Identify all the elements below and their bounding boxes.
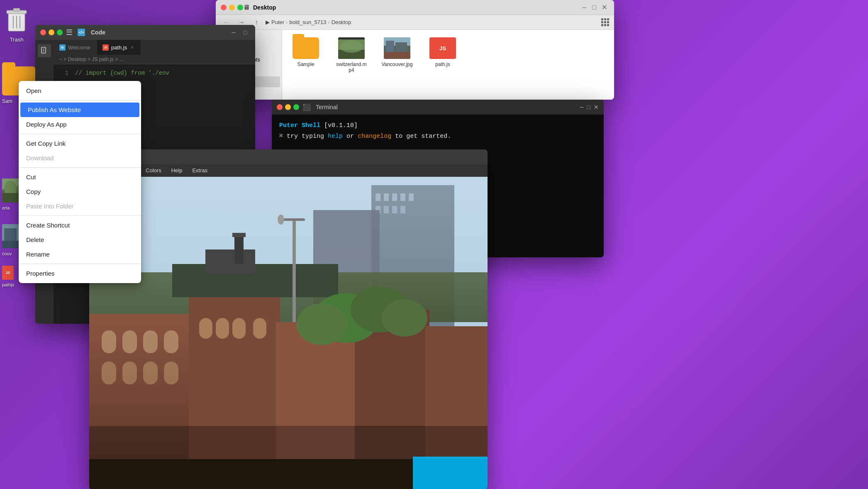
svg-rect-64 bbox=[253, 318, 266, 339]
svg-rect-33 bbox=[400, 193, 405, 201]
image-thumbnail-vancouver bbox=[384, 37, 410, 59]
hamburger-menu-button[interactable]: ☰ bbox=[66, 28, 73, 37]
trash-label: Trash bbox=[10, 37, 24, 43]
terminal-minimize-btn[interactable]: – bbox=[580, 103, 584, 111]
file-item-sample[interactable]: Sample bbox=[287, 35, 324, 95]
desktop-folder-label: Sam bbox=[2, 98, 12, 104]
ctx-divider-5 bbox=[19, 264, 141, 264]
maximize-button-code[interactable] bbox=[57, 29, 63, 35]
svg-rect-57 bbox=[102, 362, 116, 384]
code-files-icon[interactable] bbox=[38, 44, 51, 57]
maximize-button-terminal[interactable] bbox=[293, 104, 299, 110]
terminal-changelog-cmd: changelog bbox=[358, 133, 391, 140]
code-maximize-btn[interactable]: □ bbox=[240, 27, 250, 37]
minimize-button-code[interactable] bbox=[49, 29, 54, 35]
ctx-open-label: Open bbox=[26, 87, 41, 94]
ctx-rename[interactable]: Rename bbox=[19, 247, 141, 262]
tab-welcome[interactable]: IE Welcome bbox=[54, 40, 97, 55]
file-item-vancouver[interactable]: Vancouver.jpg bbox=[378, 35, 416, 95]
terminal-help-cmd: help bbox=[328, 133, 343, 140]
ctx-deploy-app[interactable]: Deploy As App bbox=[19, 117, 141, 132]
ctx-create-shortcut[interactable]: Create Shortcut bbox=[19, 218, 141, 232]
svg-rect-37 bbox=[392, 206, 397, 213]
terminal-title: Terminal bbox=[316, 104, 577, 110]
close-button-code[interactable] bbox=[40, 29, 46, 35]
svg-point-18 bbox=[340, 40, 363, 53]
svg-rect-63 bbox=[232, 318, 246, 339]
file-manager-toolbar: ← → ↑ ▶ Puter › bold_sun_5713 › Desktop bbox=[216, 15, 614, 30]
svg-rect-45 bbox=[293, 218, 296, 322]
svg-rect-38 bbox=[400, 206, 405, 213]
svg-point-66 bbox=[297, 303, 346, 345]
view-toggle-button[interactable] bbox=[601, 18, 609, 26]
svg-rect-53 bbox=[102, 330, 116, 353]
ctx-paste-into-folder: Paste Into Folder bbox=[19, 199, 141, 213]
desktop-js-icon-small[interactable]: JS bbox=[2, 266, 14, 280]
minimize-button-file-manager[interactable] bbox=[229, 5, 235, 10]
ctx-copy[interactable]: Copy bbox=[19, 184, 141, 199]
ctx-download-label: Download bbox=[26, 154, 54, 161]
ctx-publish-website[interactable]: Publish As Website bbox=[20, 103, 139, 117]
ctx-divider-1 bbox=[19, 100, 141, 100]
code-editor-logo: </> bbox=[78, 29, 85, 36]
ctx-publish-website-label: Publish As Website bbox=[28, 106, 81, 113]
svg-rect-56 bbox=[164, 330, 178, 353]
svg-rect-42 bbox=[205, 249, 255, 274]
svg-rect-55 bbox=[143, 330, 158, 353]
file-manager-close-btn[interactable]: ✕ bbox=[599, 2, 609, 12]
file-manager-maximize-btn[interactable]: □ bbox=[589, 2, 599, 12]
ctx-divider-4 bbox=[19, 215, 141, 216]
maximize-button-file-manager[interactable] bbox=[237, 5, 243, 10]
file-label-sample: Sample bbox=[297, 61, 315, 67]
path-bold-sun[interactable]: bold_sun_5713 bbox=[289, 19, 326, 25]
tab-pathjs-label: path.js bbox=[111, 44, 127, 51]
ctx-cut[interactable]: Cut bbox=[19, 170, 141, 184]
ctx-get-copy-link[interactable]: Get Copy Link bbox=[19, 136, 141, 151]
terminal-close-btn[interactable]: ✕ bbox=[594, 104, 599, 110]
code-minimize-btn[interactable]: – bbox=[229, 27, 239, 37]
pathjs-tab-icon: JS bbox=[102, 44, 109, 51]
svg-rect-32 bbox=[392, 193, 397, 201]
terminal-maximize-btn[interactable]: □ bbox=[587, 104, 590, 110]
trash-icon[interactable] bbox=[4, 4, 29, 34]
svg-rect-34 bbox=[409, 193, 414, 201]
file-manager-title: Desktop bbox=[253, 4, 579, 11]
close-button-file-manager[interactable] bbox=[221, 5, 227, 10]
svg-rect-30 bbox=[375, 193, 380, 201]
path-desktop[interactable]: Desktop bbox=[332, 19, 351, 25]
close-tab-pathjs[interactable]: ✕ bbox=[129, 44, 135, 51]
tab-pathjs[interactable]: JS path.js ✕ bbox=[97, 40, 141, 55]
path-puter-text[interactable]: Puter bbox=[271, 19, 284, 25]
ctx-open[interactable]: Open bbox=[19, 83, 141, 98]
svg-rect-54 bbox=[122, 330, 137, 353]
svg-rect-59 bbox=[143, 362, 158, 384]
terminal-spacer bbox=[279, 142, 596, 148]
menu-item-colors[interactable]: Colors bbox=[141, 164, 166, 177]
minimize-button-terminal[interactable] bbox=[285, 104, 291, 110]
image-viewer-window: er.jpg View Image Colors Help Extras bbox=[89, 149, 488, 489]
file-label-pathjs: path.js bbox=[435, 61, 450, 67]
code-breadcrumb: ~ > Desktop > JS path.js > ... bbox=[54, 55, 255, 64]
terminal-line-2: ⌘ try typing help or changelog to get st… bbox=[279, 131, 596, 142]
file-manager-minimize-btn[interactable]: – bbox=[579, 2, 589, 12]
ctx-properties[interactable]: Properties bbox=[19, 266, 141, 281]
breadcrumb-path: ▶ Puter › bold_sun_5713 › Desktop bbox=[266, 19, 351, 25]
file-item-pathjs[interactable]: JS path.js bbox=[424, 35, 461, 95]
image-content-area bbox=[89, 177, 488, 489]
ctx-divider-2 bbox=[19, 134, 141, 134]
context-menu: Open Publish As Website Deploy As App Ge… bbox=[19, 81, 141, 283]
code-editor-titlebar: ☰ </> Code – □ bbox=[35, 25, 255, 40]
ctx-delete[interactable]: Delete bbox=[19, 232, 141, 247]
close-button-terminal[interactable] bbox=[277, 104, 283, 110]
terminal-line-1: Puter Shell [v0.1.10] bbox=[279, 120, 596, 131]
menu-item-extras[interactable]: Extras bbox=[187, 164, 212, 177]
terminal-app-icon: ⬛ bbox=[302, 103, 311, 111]
svg-rect-31 bbox=[384, 193, 389, 201]
welcome-tab-icon: IE bbox=[59, 44, 66, 51]
menu-item-help[interactable]: Help bbox=[166, 164, 188, 177]
ctx-copy-label: Copy bbox=[26, 188, 41, 195]
window-controls-code bbox=[40, 29, 63, 35]
terminal-titlebar: ⬛ Terminal – □ ✕ bbox=[272, 100, 604, 115]
svg-rect-60 bbox=[164, 362, 178, 384]
file-item-switzerland[interactable]: switzerland.mp4 bbox=[333, 35, 370, 95]
